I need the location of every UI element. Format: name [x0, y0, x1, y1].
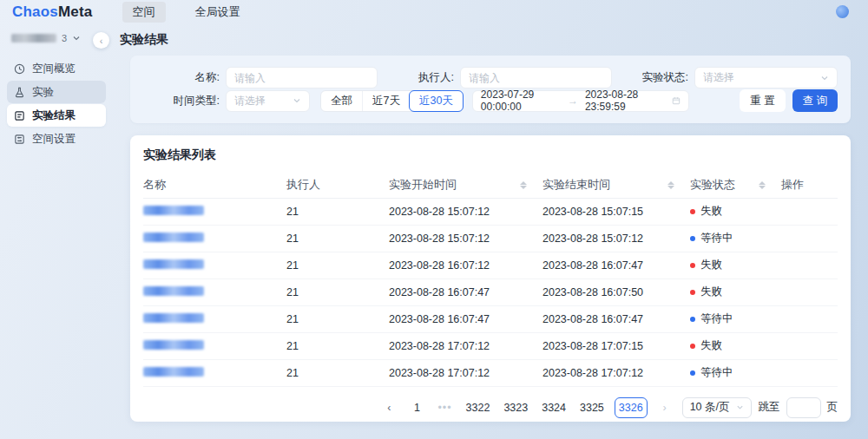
date-end-value: 2023-08-28 23:59:59 [585, 88, 665, 113]
filter-row-2: 时间类型: 请选择 全部 近7天 近30天 2023-07-29 00:00:0… [143, 89, 838, 112]
results-table: 名称 执行人 实验开始时间 实验结束时间 实验状态 操作 21 2023-08-… [143, 173, 838, 387]
name-input[interactable] [226, 67, 378, 88]
end-time-cell: 2023-08-28 16:07:47 [542, 305, 690, 332]
end-time-cell: 2023-08-28 16:07:47 [542, 252, 690, 278]
experiment-name-link-redacted[interactable] [143, 286, 204, 296]
app-logo[interactable]: ChaosMeta [12, 3, 93, 21]
executor-cell: 21 [286, 305, 389, 332]
time-type-placeholder: 请选择 [234, 94, 266, 108]
date-start-value: 2023-07-29 00:00:00 [481, 88, 561, 113]
page-number-button[interactable]: 3324 [538, 397, 569, 418]
overview-icon [14, 63, 25, 75]
table-body: 21 2023-08-28 15:07:12 2023-08-28 15:07:… [143, 198, 838, 386]
start-time-cell: 2023-08-28 15:07:12 [389, 225, 542, 252]
experiment-name-link-redacted[interactable] [143, 206, 204, 215]
status-text: 失败 [700, 258, 722, 272]
status-text: 失败 [700, 338, 722, 353]
start-time-cell: 2023-08-28 17:07:12 [389, 332, 542, 359]
status-dot [690, 317, 695, 322]
page-number-button[interactable]: 3325 [576, 397, 608, 418]
page-number-button[interactable]: 3322 [463, 397, 494, 418]
page-title: 实验结果 [120, 32, 868, 48]
status-text: 等待中 [700, 231, 733, 246]
action-cell [781, 305, 838, 332]
search-button[interactable]: 查 询 [792, 89, 838, 112]
sidebar-item-label: 空间设置 [32, 132, 76, 147]
column-header-status[interactable]: 实验状态 [690, 173, 781, 198]
page-size-select[interactable]: 10 条/页 [682, 397, 752, 418]
start-time-cell: 2023-08-28 17:07:12 [389, 359, 542, 386]
status-select[interactable]: 请选择 [694, 67, 838, 88]
filter-name-group: 名称: [143, 67, 378, 88]
jump-page-input[interactable] [786, 397, 821, 418]
sidebar-item-experiment[interactable]: 实验 [7, 81, 106, 103]
next-page-button[interactable]: › [654, 397, 675, 418]
action-cell [781, 198, 838, 225]
executor-cell: 21 [286, 252, 389, 278]
action-cell [781, 359, 838, 386]
sidebar-item-space-overview[interactable]: 空间概览 [7, 57, 106, 80]
filter-status-group: 实验状态: 请选择 [612, 67, 838, 88]
current-page-button[interactable]: 3326 [615, 397, 648, 418]
user-avatar[interactable] [836, 5, 849, 18]
status-text: 等待中 [700, 311, 733, 326]
experiment-name-link-redacted[interactable] [143, 367, 204, 377]
end-time-cell: 2023-08-28 15:07:12 [542, 225, 690, 252]
page-number-button[interactable]: 3323 [500, 397, 531, 418]
sort-icon[interactable] [667, 181, 674, 189]
experiment-name-link-redacted[interactable] [143, 313, 204, 323]
jump-to-page: 跳至 页 [759, 397, 838, 418]
column-header-end-time[interactable]: 实验结束时间 [542, 173, 690, 198]
column-header-executor: 执行人 [286, 173, 389, 198]
action-cell [781, 225, 838, 252]
table-row: 21 2023-08-28 17:07:12 2023-08-28 17:07:… [143, 359, 838, 386]
settings-icon [14, 134, 25, 145]
table-header-row: 名称 执行人 实验开始时间 实验结束时间 实验状态 操作 [143, 173, 838, 198]
experiment-flask-icon [14, 87, 25, 98]
chevron-down-icon [736, 403, 744, 411]
start-time-cell: 2023-08-28 16:07:47 [389, 278, 542, 305]
workspace-name-suffix: 3 [62, 33, 67, 43]
status-dot [690, 344, 695, 349]
status-label: 实验状态: [612, 70, 694, 85]
date-range-picker[interactable]: 2023-07-29 00:00:00 → 2023-08-28 23:59:5… [472, 90, 689, 112]
pagination-ellipsis[interactable]: ••• [434, 397, 455, 418]
prev-page-button[interactable]: ‹ [378, 397, 399, 418]
status-dot [690, 263, 695, 268]
status-dot [690, 370, 695, 376]
experiment-name-link-redacted[interactable] [143, 233, 204, 242]
sidebar-item-experiment-results[interactable]: 实验结果 [7, 104, 106, 127]
status-dot [690, 209, 695, 214]
page-number-button[interactable]: 1 [406, 397, 427, 418]
start-time-cell: 2023-08-28 15:07:12 [389, 198, 542, 225]
sidebar-item-space-settings[interactable]: 空间设置 [7, 128, 106, 150]
end-time-cell: 2023-08-28 17:07:12 [542, 359, 690, 386]
tab-global-settings[interactable]: 全局设置 [185, 2, 251, 23]
sort-icon[interactable] [759, 181, 766, 189]
action-cell [781, 252, 838, 278]
table-row: 21 2023-08-28 16:07:12 2023-08-28 16:07:… [143, 252, 838, 278]
action-cell [781, 332, 838, 359]
range-all-button[interactable]: 全部 [321, 91, 362, 111]
top-nav: 空间 全局设置 [122, 2, 251, 23]
sidebar-collapse-button[interactable]: ‹ [93, 32, 109, 49]
executor-input[interactable] [460, 67, 612, 88]
sidebar: 3 空间概览 实验 实验结果 空间设置 [0, 23, 113, 439]
sort-icon[interactable] [520, 181, 527, 189]
executor-cell: 21 [286, 278, 389, 305]
time-range-segmented: 全部 近7天 近30天 [320, 90, 464, 112]
range-30d-button[interactable]: 近30天 [409, 90, 464, 112]
chevron-down-icon [820, 74, 829, 82]
time-type-select[interactable]: 请选择 [226, 90, 310, 112]
tab-space[interactable]: 空间 [122, 2, 166, 23]
experiment-name-link-redacted[interactable] [143, 340, 204, 350]
experiment-name-link-redacted[interactable] [143, 259, 204, 269]
reset-button[interactable]: 重 置 [740, 89, 785, 112]
filter-row-1: 名称: 执行人: 实验状态: 请选择 [143, 67, 838, 88]
range-7d-button[interactable]: 近7天 [362, 91, 410, 111]
table-row: 21 2023-08-28 15:07:12 2023-08-28 15:07:… [143, 198, 838, 225]
chevron-down-icon [293, 96, 301, 105]
end-time-cell: 2023-08-28 15:07:15 [542, 198, 690, 225]
date-range-separator: → [568, 95, 578, 107]
column-header-start-time[interactable]: 实验开始时间 [389, 173, 542, 198]
